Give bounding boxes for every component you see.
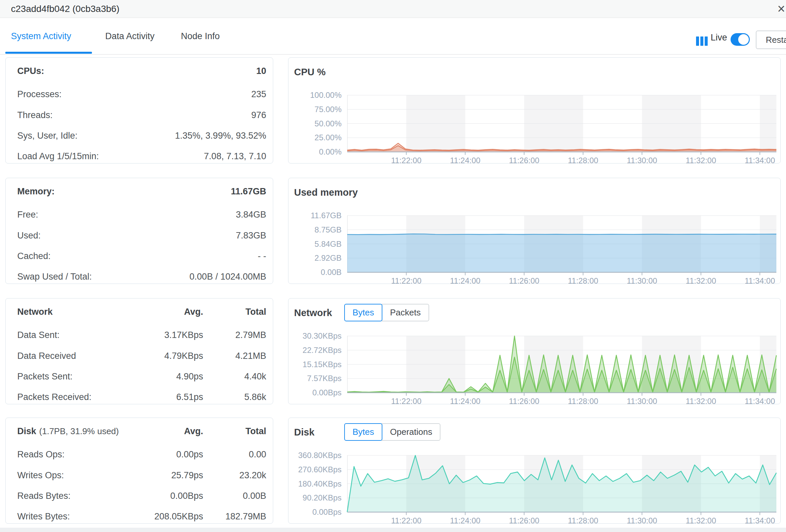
x-axis-label: 11:26:00 bbox=[504, 156, 544, 165]
x-axis-label: 11:34:00 bbox=[740, 516, 780, 525]
x-axis-label: 11:28:00 bbox=[563, 276, 603, 286]
memory-chart-card: Used memory 11.67GB8.75GB5.84GB2.92GB0.0… bbox=[288, 178, 781, 284]
y-axis-label: 30.30KBps bbox=[292, 331, 342, 341]
disk-bytes-button[interactable]: Bytes bbox=[344, 423, 383, 441]
cpu-chart-card: CPU % 100.00%75.00%50.00%25.00%0.00%11:2… bbox=[288, 57, 781, 164]
stat-row: Data Received4.79KBps4.21MB bbox=[17, 350, 266, 362]
x-axis-label: 11:30:00 bbox=[622, 276, 662, 286]
stat-row: Swap Used / Total:0.00B / 1024.00MB bbox=[17, 271, 266, 282]
x-axis-label: 11:32:00 bbox=[681, 397, 721, 406]
restart-button[interactable]: Restart bbox=[756, 30, 786, 49]
stat-row: Writes Ops:25.79ps23.20k bbox=[17, 470, 266, 481]
disk-stats-card: Disk(1.7PB, 31.9% used)Avg.Total Reads O… bbox=[5, 417, 273, 524]
y-axis-label: 15.15KBps bbox=[292, 360, 342, 369]
y-axis-label: 25.00% bbox=[292, 133, 342, 142]
avg-column-header: Avg. bbox=[103, 306, 203, 317]
disk-card-title: Disk bbox=[17, 426, 36, 436]
stat-row: Writes Bytes:208.05KBps182.79MB bbox=[17, 511, 266, 522]
close-icon[interactable]: × bbox=[777, 1, 785, 17]
x-axis-label: 11:26:00 bbox=[504, 397, 544, 406]
y-axis-label: 8.75GB bbox=[292, 225, 342, 235]
memory-chart[interactable]: 11.67GB8.75GB5.84GB2.92GB0.00B11:22:0011… bbox=[288, 178, 780, 284]
cpu-count: 10 bbox=[256, 65, 266, 77]
stat-row: Processes:235 bbox=[17, 89, 266, 100]
y-axis-label: 360.80KBps bbox=[292, 451, 342, 460]
y-axis-label: 50.00% bbox=[292, 119, 342, 128]
y-axis-label: 180.40KBps bbox=[292, 479, 342, 488]
live-label: Live bbox=[711, 32, 727, 43]
cpu-card-title: CPUs: bbox=[17, 65, 44, 77]
disk-chart-card: Disk Bytes Operations 360.80KBps270.60KB… bbox=[288, 417, 781, 524]
y-axis-label: 0.00B bbox=[292, 268, 342, 277]
chart-plot-area[interactable] bbox=[347, 95, 777, 155]
page-title: c23add4fb042 (0cb3a3b6) bbox=[11, 0, 119, 18]
stat-row: Used:7.83GB bbox=[17, 230, 266, 241]
stat-row: Load Avg 1/5/15min:7.08, 7.13, 7.10 bbox=[17, 151, 266, 162]
y-axis-label: 0.00% bbox=[292, 147, 342, 156]
x-axis-label: 11:30:00 bbox=[622, 516, 662, 525]
x-axis-label: 11:26:00 bbox=[504, 276, 544, 286]
y-axis-label: 11.67GB bbox=[292, 211, 342, 220]
avg-column-header: Avg. bbox=[103, 426, 203, 437]
stat-row: Threads:976 bbox=[17, 110, 266, 121]
x-axis-label: 11:26:00 bbox=[504, 516, 544, 525]
title-bar: c23add4fb042 (0cb3a3b6) × bbox=[0, 0, 786, 18]
tab-data-activity[interactable]: Data Activity bbox=[105, 31, 155, 42]
footer-strip bbox=[0, 528, 786, 532]
toggle-knob bbox=[738, 34, 749, 45]
chart-plot-area[interactable] bbox=[347, 336, 777, 396]
y-axis-label: 270.60KBps bbox=[292, 465, 342, 474]
x-axis-label: 11:22:00 bbox=[386, 516, 426, 525]
x-axis-label: 11:24:00 bbox=[445, 276, 485, 286]
y-axis-label: 22.72KBps bbox=[292, 346, 342, 355]
stat-row: Packets Received:6.51ps5.86k bbox=[17, 391, 266, 403]
cpu-chart[interactable]: 100.00%75.00%50.00%25.00%0.00%11:22:0011… bbox=[288, 58, 780, 163]
tab-system-activity[interactable]: System Activity bbox=[11, 31, 71, 42]
y-axis-label: 90.20KBps bbox=[292, 493, 342, 503]
network-stats-card: NetworkAvg.Total Data Sent:3.17KBps2.79M… bbox=[5, 298, 273, 404]
x-axis-label: 11:24:00 bbox=[445, 397, 485, 406]
x-axis-label: 11:32:00 bbox=[681, 516, 721, 525]
memory-card-title: Memory: bbox=[17, 186, 55, 197]
stat-row: Reads Ops:0.00ps0.00 bbox=[17, 449, 266, 460]
y-axis-label: 75.00% bbox=[292, 105, 342, 114]
x-axis-label: 11:22:00 bbox=[386, 397, 426, 406]
x-axis-label: 11:22:00 bbox=[386, 276, 426, 286]
tab-node-info[interactable]: Node Info bbox=[181, 31, 220, 42]
active-tab-underline bbox=[5, 52, 92, 54]
stat-row: Data Sent:3.17KBps2.79MB bbox=[17, 329, 266, 341]
y-axis-label: 100.00% bbox=[292, 91, 342, 100]
x-axis-label: 11:34:00 bbox=[740, 397, 780, 406]
memory-total: 11.67GB bbox=[231, 186, 266, 197]
x-axis-label: 11:34:00 bbox=[740, 156, 780, 165]
y-axis-label: 0.00Bps bbox=[292, 388, 342, 397]
stat-row: Reads Bytes:0.00Bps0.00B bbox=[17, 490, 266, 502]
total-column-header: Total bbox=[206, 426, 266, 437]
x-axis-label: 11:32:00 bbox=[681, 156, 721, 165]
stat-row: Cached:- - bbox=[17, 250, 266, 262]
chart-plot-area[interactable] bbox=[347, 216, 777, 275]
chart-plot-area[interactable] bbox=[347, 455, 777, 515]
x-axis-label: 11:28:00 bbox=[563, 397, 603, 406]
x-axis-label: 11:22:00 bbox=[386, 156, 426, 165]
stat-row: Packets Sent:4.90ps4.40k bbox=[17, 371, 266, 382]
stat-row: Sys, User, Idle:1.35%, 3.99%, 93.52% bbox=[17, 130, 266, 141]
live-toggle[interactable] bbox=[731, 33, 750, 46]
cpu-stats-card: CPUs:10 Processes:235 Threads:976 Sys, U… bbox=[5, 57, 273, 164]
total-column-header: Total bbox=[206, 306, 266, 317]
memory-stats-card: Memory:11.67GB Free:3.84GB Used:7.83GB C… bbox=[5, 178, 273, 284]
network-card-title: Network bbox=[17, 306, 53, 317]
x-axis-label: 11:30:00 bbox=[622, 397, 662, 406]
network-chart-card: Network Bytes Packets 30.30KBps22.72KBps… bbox=[288, 298, 781, 404]
x-axis-label: 11:28:00 bbox=[563, 516, 603, 525]
x-axis-label: 11:28:00 bbox=[563, 156, 603, 165]
x-axis-label: 11:24:00 bbox=[445, 516, 485, 525]
stat-row: Free:3.84GB bbox=[17, 209, 266, 220]
network-bytes-button[interactable]: Bytes bbox=[344, 304, 383, 321]
y-axis-label: 7.57KBps bbox=[292, 374, 342, 383]
tab-bar: System Activity Data Activity Node Info … bbox=[0, 18, 786, 55]
node-detail-panel: c23add4fb042 (0cb3a3b6) × System Activit… bbox=[0, 0, 786, 532]
x-axis-label: 11:30:00 bbox=[622, 156, 662, 165]
y-axis-label: 0.00Bps bbox=[292, 507, 342, 517]
x-axis-label: 11:34:00 bbox=[740, 276, 780, 286]
